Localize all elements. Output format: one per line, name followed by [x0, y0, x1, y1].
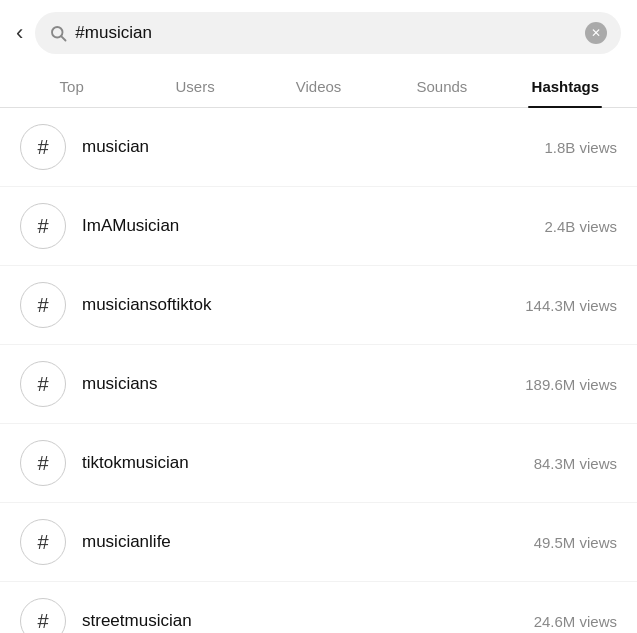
hashtag-icon: # [20, 440, 66, 486]
hashtag-icon: # [20, 124, 66, 170]
tab-bar: Top Users Videos Sounds Hashtags [0, 66, 637, 108]
search-icon [49, 24, 67, 42]
hashtag-views: 2.4B views [544, 218, 617, 235]
hashtag-views: 84.3M views [534, 455, 617, 472]
hashtag-name: musiciansoftiktok [82, 295, 517, 315]
header: ‹ #musician [0, 0, 637, 66]
back-button[interactable]: ‹ [16, 20, 23, 46]
hashtag-views: 189.6M views [525, 376, 617, 393]
hashtag-list: #musician1.8B views#ImAMusician2.4B view… [0, 108, 637, 633]
tab-sounds[interactable]: Sounds [380, 66, 503, 107]
hashtag-name: tiktokmusician [82, 453, 526, 473]
hashtag-name: ImAMusician [82, 216, 536, 236]
list-item[interactable]: #musician1.8B views [0, 108, 637, 187]
svg-line-1 [62, 36, 66, 40]
hashtag-name: musicians [82, 374, 517, 394]
list-item[interactable]: #musiciansoftiktok144.3M views [0, 266, 637, 345]
hashtag-icon: # [20, 203, 66, 249]
hashtag-name: musician [82, 137, 536, 157]
tab-videos[interactable]: Videos [257, 66, 380, 107]
hashtag-name: musicianlife [82, 532, 526, 552]
tab-users[interactable]: Users [133, 66, 256, 107]
clear-button[interactable] [585, 22, 607, 44]
tab-hashtags[interactable]: Hashtags [504, 66, 627, 107]
hashtag-name: streetmusician [82, 611, 526, 631]
list-item[interactable]: #streetmusician24.6M views [0, 582, 637, 633]
hashtag-views: 49.5M views [534, 534, 617, 551]
hashtag-icon: # [20, 361, 66, 407]
list-item[interactable]: #ImAMusician2.4B views [0, 187, 637, 266]
search-query[interactable]: #musician [75, 23, 577, 43]
hashtag-views: 144.3M views [525, 297, 617, 314]
hashtag-icon: # [20, 598, 66, 633]
search-bar: #musician [35, 12, 621, 54]
list-item[interactable]: #tiktokmusician84.3M views [0, 424, 637, 503]
list-item[interactable]: #musicianlife49.5M views [0, 503, 637, 582]
hashtag-views: 24.6M views [534, 613, 617, 630]
list-item[interactable]: #musicians189.6M views [0, 345, 637, 424]
hashtag-icon: # [20, 519, 66, 565]
hashtag-views: 1.8B views [544, 139, 617, 156]
hashtag-icon: # [20, 282, 66, 328]
tab-top[interactable]: Top [10, 66, 133, 107]
